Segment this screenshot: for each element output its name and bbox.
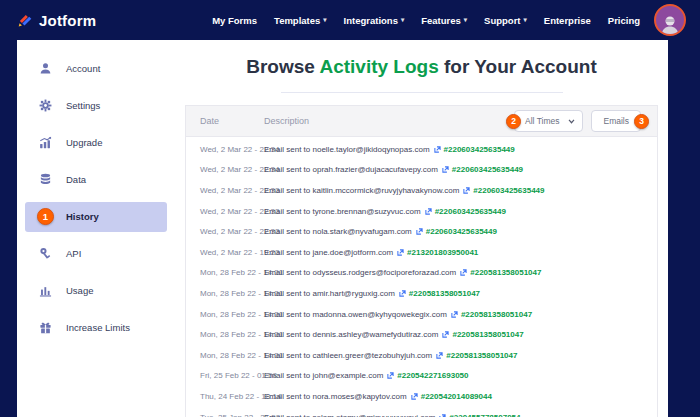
nav-item-pricing[interactable]: Pricing bbox=[608, 15, 640, 26]
external-link-icon[interactable] bbox=[434, 145, 441, 154]
submission-id-link[interactable]: #220581358051047 bbox=[452, 330, 523, 339]
column-header-date: Date bbox=[200, 116, 264, 126]
submission-id-link[interactable]: #220603425635449 bbox=[473, 186, 544, 195]
nav-item-integrations[interactable]: Integrations▾ bbox=[344, 15, 405, 26]
chevron-down-icon bbox=[568, 119, 575, 124]
nav-item-enterprise[interactable]: Enterprise bbox=[544, 15, 591, 26]
nav-item-label: Templates bbox=[274, 15, 320, 26]
nav-item-support[interactable]: Support▾ bbox=[484, 15, 527, 26]
log-description: Email sent to tyrone.brennan@suzyvuc.com… bbox=[264, 207, 506, 216]
external-link-icon[interactable] bbox=[416, 227, 423, 236]
submission-id-link[interactable]: #220455778507054 bbox=[449, 413, 520, 417]
log-row: Tue, 25 Jan 22 - 21:52Email sent to sela… bbox=[186, 407, 657, 417]
log-row: Wed, 2 Mar 22 - 22:33Email sent to tyron… bbox=[186, 201, 657, 222]
title-highlight: Activity Logs bbox=[319, 56, 438, 77]
submission-id-link[interactable]: #220603425635449 bbox=[444, 145, 515, 154]
log-email: tyrone.brennan@suzyvuc.com bbox=[312, 207, 420, 216]
log-description: Email sent to cathleen.greer@tezobuhyjuh… bbox=[264, 351, 517, 360]
external-link-icon[interactable] bbox=[425, 207, 432, 216]
external-link-icon[interactable] bbox=[463, 186, 470, 195]
submission-id-link[interactable]: #220542271693050 bbox=[397, 371, 468, 380]
sidebar-item-upgrade[interactable]: Upgrade bbox=[17, 124, 175, 161]
title-prefix: Browse bbox=[246, 56, 315, 77]
submission-id-link[interactable]: #220603425635449 bbox=[426, 227, 497, 236]
sidebar-item-account[interactable]: Account bbox=[17, 50, 175, 87]
log-date: Mon, 28 Feb 22 - 14:31 bbox=[200, 289, 264, 298]
sidebar-item-api[interactable]: API bbox=[17, 235, 175, 272]
log-email: nola.stark@nyvafugam.com bbox=[312, 227, 411, 236]
nav-item-features[interactable]: Features▾ bbox=[421, 15, 467, 26]
log-email: cathleen.greer@tezobuhyjuh.com bbox=[312, 351, 432, 360]
nav-item-my-forms[interactable]: My Forms bbox=[212, 15, 257, 26]
chart-up-icon bbox=[38, 136, 53, 149]
step-badge-3: 3 bbox=[634, 114, 649, 129]
chevron-down-icon: ▾ bbox=[401, 16, 404, 24]
column-header-description: Description bbox=[264, 116, 309, 126]
chevron-down-icon: ▾ bbox=[524, 16, 527, 24]
page-title: Browse Activity Logs for Your Account bbox=[185, 56, 658, 78]
table-header: Date Description 2 All Times Emails 3 bbox=[186, 106, 657, 137]
external-link-icon[interactable] bbox=[439, 413, 446, 417]
log-row: Mon, 28 Feb 22 - 14:31Email sent to cath… bbox=[186, 345, 657, 366]
log-row: Mon, 28 Feb 22 - 14:31Email sent to amir… bbox=[186, 283, 657, 304]
external-link-icon[interactable] bbox=[397, 248, 404, 257]
submission-id-link[interactable]: #220542014089044 bbox=[421, 392, 492, 401]
log-email: jane.doe@jotform.com bbox=[312, 248, 393, 257]
sidebar-item-history[interactable]: 1History bbox=[25, 202, 167, 232]
external-link-icon[interactable] bbox=[387, 371, 394, 380]
nav-item-label: Support bbox=[484, 15, 520, 26]
log-date: Wed, 2 Mar 22 - 22:33 bbox=[200, 207, 264, 216]
log-text: Email sent to bbox=[264, 145, 310, 154]
sidebar-item-data[interactable]: Data bbox=[17, 161, 175, 198]
bar-chart-icon bbox=[38, 284, 53, 297]
external-link-icon[interactable] bbox=[442, 165, 449, 174]
log-date: Wed, 2 Mar 22 - 22:33 bbox=[200, 186, 264, 195]
sidebar-item-label: Settings bbox=[66, 100, 100, 111]
sidebar-item-usage[interactable]: Usage bbox=[17, 272, 175, 309]
log-description: Email sent to dennis.ashley@wamefydutira… bbox=[264, 330, 524, 339]
log-description: Email sent to kaitlin.mccormick@ruvyjyha… bbox=[264, 186, 545, 195]
log-date: Wed, 2 Mar 22 - 22:33 bbox=[200, 227, 264, 236]
log-email: kaitlin.mccormick@ruvyjyhavakynow.com bbox=[312, 186, 459, 195]
table-controls: 2 All Times Emails 3 bbox=[506, 110, 649, 132]
log-text: Email sent to bbox=[264, 413, 310, 417]
sidebar-item-increase-limits[interactable]: Increase Limits bbox=[17, 309, 175, 346]
jotform-logo[interactable]: Jotform bbox=[16, 12, 96, 29]
log-description: Email sent to odysseus.rodgers@fociporef… bbox=[264, 268, 541, 277]
time-filter-dropdown[interactable]: All Times bbox=[514, 110, 583, 132]
database-icon bbox=[38, 173, 53, 186]
sidebar-item-settings[interactable]: Settings bbox=[17, 87, 175, 124]
submission-id-link[interactable]: #213201803950041 bbox=[407, 248, 478, 257]
external-link-icon[interactable] bbox=[460, 268, 467, 277]
log-date: Mon, 28 Feb 22 - 14:31 bbox=[200, 268, 264, 277]
external-link-icon[interactable] bbox=[399, 289, 406, 298]
log-text: Email sent to bbox=[264, 248, 310, 257]
log-email: noelle.taylor@jikidoqynopas.com bbox=[312, 145, 429, 154]
submission-id-link[interactable]: #220603425635449 bbox=[452, 165, 523, 174]
log-row: Mon, 28 Feb 22 - 14:31Email sent to odys… bbox=[186, 263, 657, 284]
log-email: nora.moses@kapytov.com bbox=[312, 392, 406, 401]
submission-id-link[interactable]: #220581358051047 bbox=[409, 289, 480, 298]
submission-id-link[interactable]: #220581358051047 bbox=[470, 268, 541, 277]
submission-id-link[interactable]: #220603425635449 bbox=[435, 207, 506, 216]
sidebar-item-label: Usage bbox=[66, 285, 93, 296]
external-link-icon[interactable] bbox=[411, 392, 418, 401]
external-link-icon[interactable] bbox=[451, 310, 458, 319]
log-text: Email sent to bbox=[264, 310, 310, 319]
log-email: selam.etamu@miqyvuwuwayi.com bbox=[312, 413, 435, 417]
gift-icon bbox=[38, 321, 53, 334]
external-link-icon[interactable] bbox=[436, 351, 443, 360]
step-badge-1: 1 bbox=[37, 208, 54, 225]
external-link-icon[interactable] bbox=[442, 330, 449, 339]
log-text: Email sent to bbox=[264, 289, 310, 298]
nav-item-templates[interactable]: Templates▾ bbox=[274, 15, 327, 26]
activity-log-table: Date Description 2 All Times Emails 3 bbox=[185, 105, 658, 417]
user-avatar[interactable] bbox=[654, 4, 686, 36]
main-content: Browse Activity Logs for Your Account Da… bbox=[175, 40, 668, 417]
submission-id-link[interactable]: #220581358051047 bbox=[461, 310, 532, 319]
log-description: Email sent to noelle.taylor@jikidoqynopa… bbox=[264, 145, 515, 154]
log-text: Email sent to bbox=[264, 371, 310, 380]
submission-id-link[interactable]: #220581358051047 bbox=[446, 351, 517, 360]
log-row: Fri, 25 Feb 22 - 01:58Email sent to john… bbox=[186, 366, 657, 387]
log-description: Email sent to oprah.frazier@dujacacufave… bbox=[264, 165, 523, 174]
